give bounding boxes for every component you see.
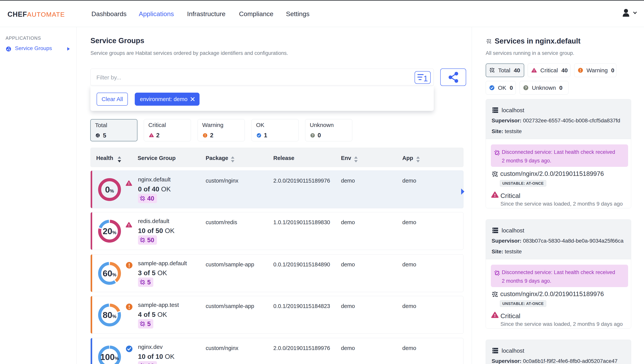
svg-text:1: 1 (424, 74, 428, 83)
svg-text:?: ? (525, 86, 527, 90)
svg-text:?: ? (312, 134, 314, 137)
